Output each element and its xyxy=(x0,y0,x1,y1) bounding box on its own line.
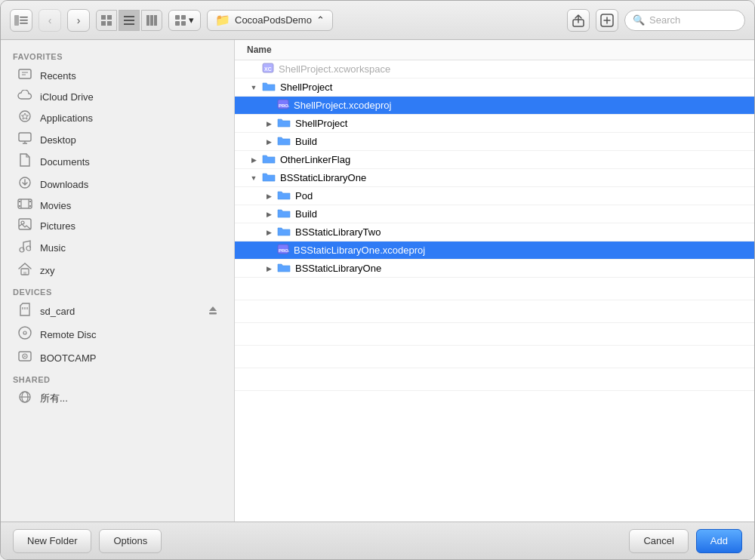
svg-rect-5 xyxy=(107,15,112,20)
file-name: BSStaticLibraryOne.xcodeproj xyxy=(294,245,425,256)
sidebar-item-bootcamp[interactable]: BOOTCAMP xyxy=(5,346,230,369)
file-name: Build xyxy=(295,136,317,147)
svg-rect-34 xyxy=(19,205,20,207)
back-icon: ‹ xyxy=(48,14,52,26)
table-row-empty xyxy=(235,368,754,391)
cancel-button[interactable]: Cancel xyxy=(629,529,688,553)
share-button[interactable] xyxy=(567,9,590,32)
file-icon: PROJ xyxy=(277,98,289,112)
svg-rect-0 xyxy=(14,15,19,26)
sidebar-item-label: Desktop xyxy=(40,134,76,146)
table-row[interactable]: ▼ BSStaticLibraryOne xyxy=(235,169,754,187)
file-name: ShellProject xyxy=(280,82,332,93)
forward-button[interactable]: › xyxy=(67,9,90,32)
table-row[interactable]: ▶ PROJ BSStaticLibraryOne.xcodeproj xyxy=(235,242,754,260)
table-row[interactable]: ▶ Pod xyxy=(235,187,754,205)
eject-icon[interactable] xyxy=(208,305,217,318)
table-row[interactable]: ▶ BSStaticLibraryOne xyxy=(235,260,754,278)
sidebar-item-remote-disc[interactable]: Remote Disc xyxy=(5,322,230,346)
folder-icon xyxy=(262,171,276,184)
expand-icon[interactable]: ▶ xyxy=(265,120,273,128)
list-view-button[interactable] xyxy=(119,10,140,31)
sidebar-item-label: Applications xyxy=(40,112,93,124)
table-row[interactable]: ▼ ShellProject xyxy=(235,78,754,97)
expand-icon[interactable]: ▶ xyxy=(265,192,273,200)
expand-icon[interactable]: ▶ xyxy=(265,211,273,218)
table-row[interactable]: ▶ OtherLinkerFlag xyxy=(235,151,754,169)
applications-icon xyxy=(17,109,32,126)
svg-rect-16 xyxy=(175,21,180,26)
svg-rect-35 xyxy=(29,201,31,202)
file-name: Pod xyxy=(295,190,313,202)
svg-point-48 xyxy=(23,331,26,334)
column-view-button[interactable] xyxy=(141,10,162,31)
back-button[interactable]: ‹ xyxy=(39,9,61,32)
sidebar-item-desktop[interactable]: Desktop xyxy=(5,129,230,150)
table-row[interactable]: ▶ PROJ ShellProject.xcodeproj xyxy=(235,97,754,115)
sidebar-item-sdcard[interactable]: sd_card xyxy=(5,300,230,322)
folder-icon xyxy=(262,81,276,94)
file-name: Build xyxy=(295,208,317,220)
sidebar-item-zxy[interactable]: zxy xyxy=(5,259,230,282)
expand-icon[interactable]: ▶ xyxy=(265,229,273,236)
sidebar-item-documents[interactable]: Documents xyxy=(5,150,230,173)
svg-rect-7 xyxy=(107,21,112,26)
sidebar-item-shared-all[interactable]: 所有... xyxy=(5,387,230,410)
sidebar-item-applications[interactable]: Applications xyxy=(5,106,230,129)
file-icon: XC xyxy=(262,62,274,76)
add-button[interactable]: Add xyxy=(696,529,742,553)
devices-label: Devices xyxy=(1,282,234,300)
table-row[interactable]: ▶ Build xyxy=(235,205,754,223)
expand-icon[interactable]: ▶ xyxy=(265,265,273,272)
sidebar-item-label: Documents xyxy=(40,156,90,168)
sidebar-item-downloads[interactable]: Downloads xyxy=(5,173,230,195)
file-name: ShellProject.xcworkspace xyxy=(279,63,390,75)
expand-icon[interactable]: ▶ xyxy=(265,138,273,146)
new-folder-button[interactable]: New Folder xyxy=(13,529,91,553)
sidebar-item-movies[interactable]: Movies xyxy=(5,195,230,215)
table-row-empty xyxy=(235,323,754,346)
sidebar-item-music[interactable]: Music xyxy=(5,236,230,259)
tag-button[interactable] xyxy=(596,9,618,32)
arrange-button[interactable]: ▾ xyxy=(168,10,201,31)
forward-icon: › xyxy=(77,14,81,26)
sidebar-item-pictures[interactable]: Pictures xyxy=(5,215,230,236)
folder-icon xyxy=(277,262,291,275)
svg-text:XC: XC xyxy=(264,66,272,72)
svg-text:PROJ: PROJ xyxy=(279,103,289,108)
sidebar-item-recents[interactable]: Recents xyxy=(5,64,230,87)
svg-point-38 xyxy=(21,221,24,224)
table-row[interactable]: ▶ BSStaticLibraryTwo xyxy=(235,223,754,242)
sidebar-item-label: Downloads xyxy=(40,179,88,190)
search-box[interactable]: 🔍 Search xyxy=(624,10,745,31)
file-name: ShellProject.xcodeproj xyxy=(294,100,391,111)
table-row[interactable]: ▶ Build xyxy=(235,133,754,151)
table-row[interactable]: ▶ XC ShellProject.xcworkspace xyxy=(235,60,754,78)
svg-rect-9 xyxy=(124,20,134,21)
bottom-right-buttons: Cancel Add xyxy=(629,529,742,553)
downloads-icon xyxy=(17,176,32,192)
svg-text:PROJ: PROJ xyxy=(279,248,289,253)
svg-rect-8 xyxy=(124,16,134,17)
sidebar-item-icloud[interactable]: iCloud Drive xyxy=(5,87,230,106)
sidebar: Favorites Recents iCloud Drive xyxy=(1,40,235,522)
file-name: BSStaticLibraryOne xyxy=(280,172,366,183)
table-row[interactable]: ▶ ShellProject xyxy=(235,115,754,133)
options-button[interactable]: Options xyxy=(99,529,162,553)
svg-rect-1 xyxy=(20,17,28,18)
svg-rect-42 xyxy=(23,272,26,275)
sidebar-item-label: zxy xyxy=(40,265,55,276)
svg-rect-4 xyxy=(101,15,106,20)
file-name: BSStaticLibraryOne xyxy=(295,263,381,274)
folder-icon xyxy=(277,117,291,130)
expand-icon[interactable]: ▶ xyxy=(250,156,257,164)
sidebar-item-label: 所有... xyxy=(40,392,68,405)
svg-rect-12 xyxy=(150,15,153,26)
path-popup[interactable]: 📁 CocoaPodsDemo ⌃ xyxy=(207,10,333,31)
svg-rect-15 xyxy=(181,15,186,20)
expand-icon[interactable]: ▼ xyxy=(250,174,257,182)
sidebar-toggle-button[interactable] xyxy=(10,9,32,32)
music-icon xyxy=(17,239,32,256)
expand-icon[interactable]: ▼ xyxy=(250,84,257,91)
icon-view-button[interactable] xyxy=(96,10,117,31)
